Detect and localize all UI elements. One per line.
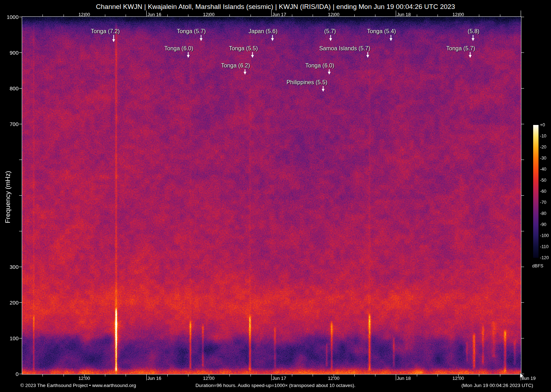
- y-tick-label: 900: [0, 50, 19, 56]
- event-annotation-label: Japan (5.6): [249, 28, 278, 35]
- colorbar-tick-label: -70: [540, 200, 546, 205]
- colorbar-tick-label: -40: [540, 167, 546, 172]
- x-tick-label: Jun 17: [272, 12, 286, 17]
- footer-timestamp: (Mon Jun 19 00:04:26 2023 UTC): [461, 383, 533, 388]
- x-tick-label: 12:00: [328, 12, 340, 17]
- colorbar-tick-label: -30: [540, 156, 546, 161]
- y-tick-label: 700: [0, 121, 19, 127]
- colorbar-title: dBFS: [531, 263, 545, 268]
- colorbar-tick-label: -80: [540, 211, 546, 216]
- spectrogram-screenshot: Channel KWJN | Kwajalein Atoll, Marshall…: [0, 0, 551, 392]
- event-annotation-label: Tonga (6.2): [221, 62, 250, 69]
- y-tick-label: 300: [0, 264, 19, 270]
- x-tick-label: 12:00: [328, 376, 340, 381]
- mouse-cursor: [519, 372, 525, 380]
- colorbar-tick-label: -60: [540, 189, 546, 194]
- event-annotation-label: Tonga (5.4): [367, 28, 396, 35]
- colorbar-tick-label: -20: [540, 145, 546, 150]
- event-annotation-label: (5.7): [324, 28, 336, 35]
- x-tick-label: 12:00: [453, 376, 464, 381]
- event-annotation-label: Philippines (5.5): [287, 79, 328, 86]
- x-tick-label: 12:00: [203, 376, 215, 381]
- y-tick-label: 200: [0, 300, 19, 306]
- colorbar-tick-label: +0: [540, 122, 545, 127]
- colorbar-tick-label: -10: [540, 134, 546, 139]
- footer-duration: Duration=96 hours. Audio speed-up=1000× …: [196, 383, 355, 388]
- colorbar-tick-label: -110: [540, 244, 549, 249]
- y-tick-label: 800: [0, 85, 19, 91]
- colorbar-tick-label: -100: [540, 233, 549, 238]
- event-annotation-label: Tonga (5.5): [229, 45, 258, 52]
- x-tick-label: 12:00: [79, 376, 90, 381]
- x-tick-label: Jun 18: [397, 12, 411, 17]
- event-annotation-label: Tonga (6.0): [165, 45, 193, 52]
- x-tick-label: 12:00: [453, 12, 464, 17]
- y-tick-label: 100: [0, 335, 19, 341]
- axes-ticks-arrows-layer: [0, 0, 551, 392]
- x-tick-label: 12:00: [203, 12, 215, 17]
- y-tick-label: 0: [0, 371, 19, 377]
- y-axis-title: Frequency (mHz): [4, 163, 12, 231]
- x-tick-label: 12:00: [79, 12, 90, 17]
- colorbar-gradient: [533, 125, 539, 258]
- event-annotation-label: (5.8): [468, 28, 480, 35]
- colorbar-tick-label: -120: [540, 255, 549, 260]
- event-annotation-label: Tonga (5.7): [446, 45, 475, 52]
- x-tick-label: Jun 18: [397, 376, 411, 381]
- x-tick-label: Jun 16: [147, 376, 161, 381]
- event-annotation-label: Tonga (6.0): [305, 62, 334, 69]
- event-annotation-label: Tonga (5.7): [177, 28, 206, 35]
- x-tick-label: Jun 17: [272, 376, 286, 381]
- y-tick-label: 1000: [0, 14, 19, 20]
- event-annotation-label: Tonga (7.2): [91, 28, 120, 35]
- colorbar-tick-label: -50: [540, 178, 546, 183]
- x-tick-label: Jun 16: [147, 12, 161, 17]
- footer-copyright: © 2023 The Earthsound Project • www.eart…: [20, 383, 136, 388]
- event-annotation-label: Samoa Islands (5.7): [319, 45, 370, 52]
- colorbar-tick-label: -90: [540, 222, 546, 227]
